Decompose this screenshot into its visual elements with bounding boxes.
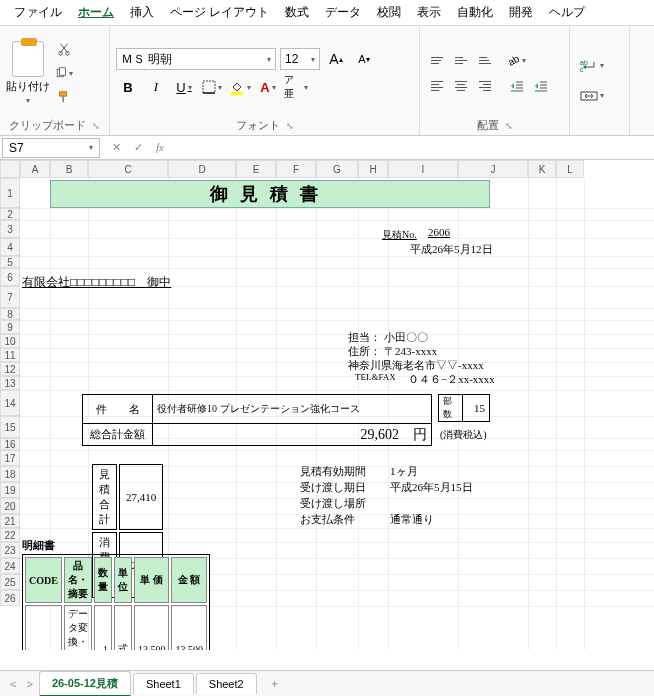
svg-rect-6 [203,81,215,93]
copy-button[interactable] [54,63,74,83]
menu-review[interactable]: 校閲 [371,2,407,23]
tab-nav-next[interactable]: > [22,678,36,690]
add-sheet-button[interactable]: ＋ [259,672,290,695]
wrap-text-button[interactable]: abc [580,54,604,78]
menu-insert[interactable]: 挿入 [124,2,160,23]
row-header-12[interactable]: 12 [0,362,20,376]
col-header-A[interactable]: A [20,160,50,178]
col-header-B[interactable]: B [50,160,88,178]
row-header-24[interactable]: 24 [0,558,20,574]
col-header-J[interactable]: J [458,160,528,178]
menu-developer[interactable]: 開発 [503,2,539,23]
menu-file[interactable]: ファイル [8,2,68,23]
cancel-formula-button[interactable]: ✕ [106,141,126,154]
row-header-5[interactable]: 5 [0,256,20,268]
menu-data[interactable]: データ [319,2,367,23]
format-painter-button[interactable] [54,87,74,107]
formula-input[interactable] [174,146,654,150]
row-header-7[interactable]: 7 [0,286,20,308]
align-center-button[interactable] [450,75,472,97]
align-dialog-launcher[interactable]: ⤡ [505,121,513,131]
fill-color-button[interactable] [228,75,252,99]
col-header-H[interactable]: H [358,160,388,178]
menu-formula[interactable]: 数式 [279,2,315,23]
menu-pagelayout[interactable]: ページ レイアウト [164,2,275,23]
row-header-16[interactable]: 16 [0,438,20,450]
row-header-3[interactable]: 3 [0,220,20,238]
tax-note: (消費税込) [440,428,487,442]
border-button[interactable] [200,75,224,99]
font-name-select[interactable]: ＭＳ 明朝▾ [116,48,276,70]
sheet-tab-bar: < > 26-05-12見積 Sheet1 Sheet2 ＋ [0,670,654,696]
col-header-E[interactable]: E [236,160,276,178]
menu-home[interactable]: ホーム [72,2,120,23]
sheet-tab-2[interactable]: Sheet2 [196,673,257,694]
row-header-20[interactable]: 20 [0,498,20,514]
row-header-25[interactable]: 25 [0,574,20,590]
row-header-17[interactable]: 17 [0,450,20,466]
row-header-23[interactable]: 23 [0,542,20,558]
col-header-I[interactable]: I [388,160,458,178]
est-total: 27,410 [119,464,163,530]
row-header-15[interactable]: 15 [0,416,20,438]
align-bottom-button[interactable] [474,49,496,71]
font-dialog-launcher[interactable]: ⤡ [286,121,294,131]
italic-button[interactable]: I [144,75,168,99]
font-color-button[interactable]: A [256,75,280,99]
quote-date: 平成26年5月12日 [410,242,493,257]
ribbon: 貼り付け ▾ クリップボード⤡ ＭＳ 明朝▾ 12▾ A▴ A▾ B [0,26,654,136]
col-header-C[interactable]: C [88,160,168,178]
sheet-tab-1[interactable]: Sheet1 [133,673,194,694]
spreadsheet-grid[interactable]: ABCDEFGHIJKL 123456789101112131415161718… [0,160,654,650]
align-top-button[interactable] [426,49,448,71]
decrease-font-button[interactable]: A▾ [352,47,376,71]
menu-view[interactable]: 表示 [411,2,447,23]
menu-help[interactable]: ヘルプ [543,2,591,23]
row-header-19[interactable]: 19 [0,482,20,498]
row-header-4[interactable]: 4 [0,238,20,256]
align-left-button[interactable] [426,75,448,97]
sheet-tab-0[interactable]: 26-05-12見積 [39,671,131,697]
row-header-11[interactable]: 11 [0,348,20,362]
subject: 役付者研修10 プレゼンテーション強化コース [153,395,431,423]
confirm-formula-button[interactable]: ✓ [128,141,148,154]
col-header-K[interactable]: K [528,160,556,178]
row-header-2[interactable]: 2 [0,208,20,220]
align-right-button[interactable] [474,75,496,97]
paste-label[interactable]: 貼り付け [6,79,50,94]
row-header-9[interactable]: 9 [0,320,20,334]
indent-decrease-button[interactable] [506,75,528,97]
menu-automate[interactable]: 自動化 [451,2,499,23]
underline-button[interactable]: U [172,75,196,99]
row-header-26[interactable]: 26 [0,590,20,606]
row-header-1[interactable]: 1 [0,178,20,208]
insert-function-button[interactable]: fx [150,141,170,154]
row-header-6[interactable]: 6 [0,268,20,286]
col-header-F[interactable]: F [276,160,316,178]
contact-label: 担当： [348,330,381,345]
row-header-10[interactable]: 10 [0,334,20,348]
col-header-D[interactable]: D [168,160,236,178]
select-all-corner[interactable] [0,160,20,178]
row-header-21[interactable]: 21 [0,514,20,528]
row-header-22[interactable]: 22 [0,528,20,542]
cut-button[interactable] [54,39,74,59]
col-header-L[interactable]: L [556,160,584,178]
name-box[interactable]: S7▾ [2,138,100,158]
tab-nav-prev[interactable]: < [6,678,20,690]
orientation-button[interactable]: ab [506,49,528,71]
clipboard-dialog-launcher[interactable]: ⤡ [92,121,100,131]
col-header-G[interactable]: G [316,160,358,178]
indent-increase-button[interactable] [530,75,552,97]
row-header-13[interactable]: 13 [0,376,20,390]
row-header-18[interactable]: 18 [0,466,20,482]
merge-button[interactable] [580,84,604,108]
row-header-8[interactable]: 8 [0,308,20,320]
align-middle-button[interactable] [450,49,472,71]
paste-icon[interactable] [12,41,44,77]
phonetic-button[interactable]: ア亜 [284,75,308,99]
font-size-select[interactable]: 12▾ [280,48,320,70]
row-header-14[interactable]: 14 [0,390,20,416]
bold-button[interactable]: B [116,75,140,99]
increase-font-button[interactable]: A▴ [324,47,348,71]
